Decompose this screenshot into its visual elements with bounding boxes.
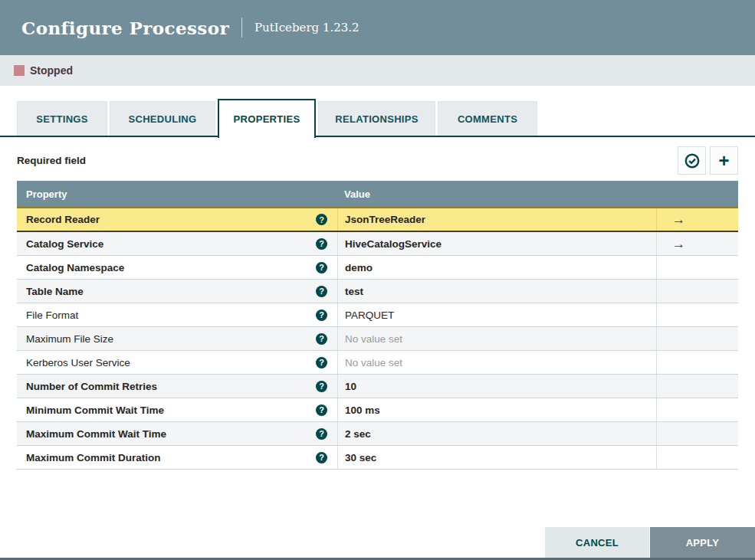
property-cell: Catalog Service ? [17,232,337,255]
required-field-label: Required field [17,155,86,166]
stopped-status-icon [14,65,25,76]
toolbar-buttons: + [678,146,738,175]
property-value: test [345,286,363,297]
table-row[interactable]: Maximum Commit Wait Time ? 2 sec [17,422,738,446]
table-row[interactable]: Kerberos User Service ? No value set [17,351,738,375]
add-property-button[interactable]: + [710,146,738,175]
help-icon[interactable]: ? [316,262,327,273]
action-cell [656,351,738,374]
go-to-service-icon[interactable]: → [672,213,685,226]
tabs: SETTINGSSCHEDULINGPROPERTIESRELATIONSHIP… [17,99,738,138]
property-name: File Format [26,309,78,321]
property-value: HiveCatalogService [345,238,442,250]
property-name: Kerberos User Service [26,357,130,368]
value-cell[interactable]: HiveCatalogService [337,232,656,255]
table-row[interactable]: Number of Commit Retries ? 10 [17,375,738,398]
value-cell[interactable]: 30 sec [337,446,656,469]
action-cell [656,256,738,279]
action-cell [656,446,738,469]
tab-relationships[interactable]: RELATIONSHIPS [318,101,435,136]
property-name: Maximum Commit Duration [26,452,161,463]
property-name: Maximum Commit Wait Time [26,428,166,440]
property-cell: File Format ? [17,303,337,326]
cancel-button[interactable]: CANCEL [545,527,649,558]
dialog-title: Configure Processor [21,18,229,38]
table-row[interactable]: Catalog Namespace ? demo [17,256,738,280]
property-value: 30 sec [345,452,376,463]
table-row[interactable]: Maximum Commit Duration ? 30 sec [17,446,738,470]
value-cell[interactable]: JsonTreeReader [337,208,656,231]
help-icon[interactable]: ? [316,214,327,225]
tab-properties[interactable]: PROPERTIES [218,99,316,138]
property-name: Catalog Service [26,238,103,250]
property-cell: Minimum Commit Wait Time ? [17,398,337,421]
property-cell: Maximum File Size ? [17,327,337,350]
processor-name-version: PutIceberg 1.23.2 [254,21,359,34]
value-cell[interactable]: demo [337,256,656,279]
help-icon[interactable]: ? [316,309,327,321]
property-value: JsonTreeReader [345,214,425,225]
table-header: Property Value [17,181,738,207]
table-row[interactable]: Minimum Commit Wait Time ? 100 ms [17,398,738,422]
table-row[interactable]: Record Reader ? JsonTreeReader → [17,207,738,232]
value-cell[interactable]: No value set [337,327,656,350]
go-to-service-icon[interactable]: → [672,237,685,251]
table-row[interactable]: File Format ? PARQUET [17,303,738,327]
dialog-header: Configure Processor PutIceberg 1.23.2 [0,0,755,55]
value-cell[interactable]: No value set [337,351,656,374]
tab-settings[interactable]: SETTINGS [17,101,107,136]
value-cell[interactable]: test [337,280,656,303]
help-icon[interactable]: ? [316,286,327,297]
help-icon[interactable]: ? [316,404,327,416]
properties-toolbar: Required field + [17,146,738,175]
help-icon[interactable]: ? [316,333,327,345]
value-cell[interactable]: 10 [337,375,656,398]
title-separator [241,18,242,38]
value-cell[interactable]: 100 ms [337,398,656,421]
property-name: Minimum Commit Wait Time [26,404,164,416]
property-name: Table Name [26,286,84,297]
help-icon[interactable]: ? [316,428,327,440]
table-row[interactable]: Maximum File Size ? No value set [17,327,738,351]
property-value: 10 [345,381,356,392]
help-icon[interactable]: ? [316,238,327,250]
value-cell[interactable]: PARQUET [337,303,656,326]
tab-scheduling[interactable]: SCHEDULING [110,101,215,136]
property-value: 100 ms [345,404,380,416]
property-value: No value set [345,333,402,345]
property-cell: Number of Commit Retries ? [17,375,337,398]
property-cell: Catalog Namespace ? [17,256,337,279]
check-circle-icon [684,152,701,169]
status-label: Stopped [30,64,73,77]
column-header-value: Value [337,188,656,200]
help-icon[interactable]: ? [316,357,327,368]
property-name: Record Reader [26,214,100,225]
property-value: PARQUET [345,309,394,321]
tab-comments[interactable]: COMMENTS [438,101,537,136]
dialog-content: SETTINGSSCHEDULINGPROPERTIESRELATIONSHIP… [0,86,755,470]
action-cell [656,280,738,303]
property-value: 2 sec [345,428,371,440]
property-value: demo [345,262,373,273]
help-icon[interactable]: ? [316,452,327,463]
footer-buttons: CANCEL APPLY [545,527,755,558]
property-value: No value set [345,357,402,368]
property-cell: Table Name ? [17,280,337,303]
apply-button[interactable]: APPLY [650,527,755,558]
properties-table: Property Value Record Reader ? JsonTreeR… [17,181,738,470]
property-cell: Record Reader ? [17,208,337,231]
plus-icon: + [718,152,729,170]
action-cell [656,375,738,398]
action-cell [656,327,738,350]
help-icon[interactable]: ? [316,381,327,392]
value-cell[interactable]: 2 sec [337,422,656,445]
action-cell: → [656,208,738,231]
action-cell: → [656,232,738,255]
table-row[interactable]: Catalog Service ? HiveCatalogService → [17,232,738,256]
column-header-property: Property [17,188,337,200]
verify-properties-button[interactable] [678,146,706,175]
table-row[interactable]: Table Name ? test [17,280,738,303]
property-cell: Kerberos User Service ? [17,351,337,374]
action-cell [656,422,738,445]
property-name: Catalog Namespace [26,262,124,273]
